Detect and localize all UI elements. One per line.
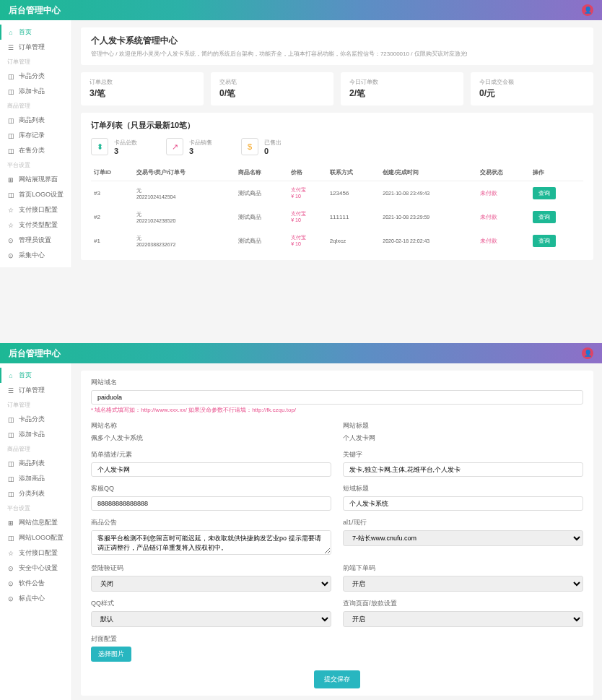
td-price: 支付宝¥ 10 <box>288 181 326 206</box>
sidebar-item[interactable]: ◫商品列表 <box>0 113 71 128</box>
th: 创建/完成时间 <box>380 164 476 181</box>
td-time: 2020-02-18 22:02:43 <box>380 229 476 253</box>
sidebar-item[interactable]: ⊙安全中心设置 <box>0 561 71 576</box>
sidebar-item[interactable]: ☆支付接口配置 <box>0 545 71 561</box>
short-title-input[interactable] <box>343 496 583 511</box>
td-id: #1 <box>91 229 134 253</box>
domain-input[interactable] <box>91 390 583 405</box>
sidebar-item[interactable]: ⊙管理员设置 <box>0 233 71 248</box>
sidebar-item-label: 卡品分类 <box>19 415 45 424</box>
sidebar-item-label: 管理员设置 <box>19 236 51 245</box>
sidebar-item-label: 分类列表 <box>19 489 45 498</box>
notice-textarea[interactable] <box>91 530 331 555</box>
avatar[interactable]: 👤 <box>582 4 593 16</box>
cover-label: 封面配置 <box>91 634 583 644</box>
orders-panel: 订单列表（只显示最新10笔） ⬍卡品总数3 ↗卡品销售3 $已售出0 订单ID … <box>81 113 593 260</box>
sidebar-item[interactable]: ◫网站LOGO配置 <box>0 530 71 545</box>
sidebar-item-label: 库存记录 <box>19 131 45 140</box>
sidebar-item-label: 标点中心 <box>19 594 45 603</box>
sidebar-item[interactable]: ◫首页LOGO设置 <box>0 187 71 202</box>
summary-value: 3 <box>189 147 212 155</box>
th: 交易号/类户/订单号 <box>134 164 235 181</box>
td-price: 支付宝¥ 10 <box>288 229 326 253</box>
chaxun-select[interactable]: 开启 <box>343 611 583 627</box>
sidebar-item-orders[interactable]: ☰订单管理 <box>0 383 71 398</box>
qqstyle-select[interactable]: 默认 <box>91 611 331 627</box>
sidebar-item[interactable]: ☆支付接口配置 <box>0 202 71 217</box>
box-icon: ◫ <box>7 475 14 483</box>
td-status: 未付款 <box>477 229 531 253</box>
hint-link[interactable]: http://fk.czqu.top/ <box>252 407 296 413</box>
sidebar-item[interactable]: ◫分类列表 <box>0 486 71 501</box>
sidebar-item[interactable]: ◫添加卡品 <box>0 84 71 99</box>
td-price: 支付宝¥ 10 <box>288 205 326 229</box>
summary-value: 3 <box>114 147 137 155</box>
sidebar-item[interactable]: ◫添加商品 <box>0 471 71 486</box>
avatar[interactable]: 👤 <box>582 347 593 359</box>
sidebar-item-label: 支付接口配置 <box>19 205 58 215</box>
seo-desc-input[interactable] <box>91 462 331 477</box>
sidebar-item-home[interactable]: ⌂首页 <box>0 368 71 383</box>
td-trade: 无20220388232672 <box>134 229 235 253</box>
login-select[interactable]: 关闭 <box>91 576 331 592</box>
gear-icon: ⊙ <box>7 237 14 244</box>
submit-button[interactable]: 提交保存 <box>314 670 360 688</box>
sidebar-item-home[interactable]: ⌂首页 <box>0 25 71 40</box>
sidebar-item[interactable]: ◫商品列表 <box>0 456 71 471</box>
gear-icon: ⊙ <box>7 595 14 602</box>
sidebar-item-label: 卡品分类 <box>19 72 45 81</box>
template-label: al1/现行 <box>343 518 583 527</box>
sidebar-item[interactable]: ⊙软件公告 <box>0 576 71 591</box>
sidebar-item-label: 在售分类 <box>19 146 45 155</box>
keywords-input[interactable] <box>343 462 583 477</box>
seo-desc-label: 简单描述/元素 <box>91 450 331 459</box>
header-title: 后台管理中心 <box>9 347 61 360</box>
view-button[interactable]: 查询 <box>533 211 556 223</box>
box-icon: ◫ <box>7 431 14 438</box>
sidebar-item-label: 订单管理 <box>19 386 45 395</box>
sidebar-item-label: 添加卡品 <box>19 430 45 439</box>
td-time: 2021-10-08 23:49:43 <box>380 181 476 206</box>
template-select[interactable]: 7-站长www.cnufu.com <box>343 530 583 546</box>
sidebar-item-label: 网站信息配置 <box>19 518 58 527</box>
hint-link[interactable]: http://www.xxx.xx/ <box>141 407 188 413</box>
td-action: 查询 <box>530 205 583 229</box>
sidebar-item[interactable]: ◫卡品分类 <box>0 69 71 84</box>
view-button[interactable]: 查询 <box>533 235 556 247</box>
upload-button[interactable]: 选择图片 <box>91 647 131 662</box>
qq-input[interactable] <box>91 496 331 511</box>
captcha-select[interactable]: 开启 <box>343 576 583 592</box>
panel-title: 个人发卡系统管理中心 <box>91 35 583 47</box>
stat-value: 0/元 <box>479 87 585 100</box>
summary-label: 已售出 <box>264 139 282 147</box>
sidebar-item[interactable]: ◫在售分类 <box>0 143 71 158</box>
sidebar-item[interactable]: ◫卡品分类 <box>0 412 71 427</box>
summary-item: $已售出0 <box>241 138 282 155</box>
th: 操作 <box>530 164 583 181</box>
stat-card: 交易笔0/笔 <box>211 72 333 105</box>
star-icon: ☆ <box>7 222 14 229</box>
td-contact: 111111 <box>327 205 380 229</box>
sidebar-item-orders[interactable]: ☰订单管理 <box>0 40 71 55</box>
orders-table: 订单ID 交易号/类户/订单号 商品名称 价格 联系方式 创建/完成时间 交易状… <box>91 164 583 253</box>
stat-label: 今日订单数 <box>349 78 455 86</box>
sidebar-item[interactable]: ◫添加卡品 <box>0 427 71 442</box>
sidebar-item[interactable]: ⊞网站信息配置 <box>0 515 71 530</box>
gear-icon: ⊙ <box>7 252 14 259</box>
sidebar-section: 平台设置 <box>0 158 71 172</box>
site-name-value: 佩多个人发卡系统 <box>91 433 331 443</box>
captcha-label: 前端下单码 <box>343 563 583 573</box>
box-icon: ◫ <box>7 491 14 498</box>
orders-title: 订单列表（只显示最新10笔） <box>91 120 583 131</box>
sidebar-item[interactable]: ⊙采集中心 <box>0 248 71 263</box>
sidebar-item[interactable]: ◫库存记录 <box>0 128 71 143</box>
summary-label: 卡品销售 <box>189 139 212 147</box>
list-icon: ☰ <box>7 387 14 394</box>
stat-value: 0/笔 <box>219 87 325 100</box>
sidebar-item[interactable]: ⊞网站展现界面 <box>0 172 71 187</box>
sidebar-item[interactable]: ☆支付类型配置 <box>0 217 71 233</box>
sidebar-item[interactable]: ⊙标点中心 <box>0 591 71 606</box>
qqstyle-label: QQ样式 <box>91 599 331 608</box>
view-button[interactable]: 查询 <box>533 187 556 199</box>
sidebar-section: 订单管理 <box>0 398 71 412</box>
